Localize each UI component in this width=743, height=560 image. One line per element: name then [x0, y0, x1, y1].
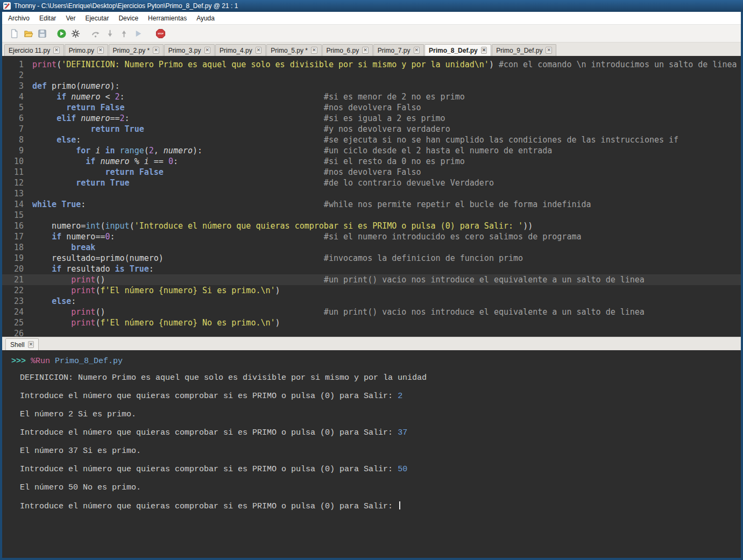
shell-line: El número 2 Si es primo.	[11, 410, 741, 419]
code-text: return True #y nos devolvera verdadero	[32, 124, 741, 134]
tab-close-icon[interactable]: ✕	[414, 47, 420, 54]
tab-primo-2-py[interactable]: Primo_2.py *✕	[109, 44, 164, 56]
tab-close-icon[interactable]: ✕	[481, 47, 487, 54]
code-line[interactable]: 2	[2, 70, 741, 81]
step-into-icon[interactable]	[103, 27, 116, 40]
code-line[interactable]: 26	[2, 328, 741, 337]
shell-output[interactable]: >>> %Run Primo_8_Def.pyDEFINICION: Numer…	[2, 350, 741, 558]
line-number: 6	[2, 113, 32, 124]
debug-icon[interactable]	[69, 27, 82, 40]
code-line[interactable]: 9 for i in range(2, numero): #un ciclo d…	[2, 145, 741, 156]
menu-ver[interactable]: Ver	[61, 12, 80, 24]
open-file-icon[interactable]	[22, 27, 34, 40]
code-editor[interactable]: 1print('DEFINICION: Numero Primo es aque…	[2, 56, 741, 337]
code-text: for i in range(2, numero): #un ciclo des…	[32, 145, 741, 156]
tab-ejercicio-11-py[interactable]: Ejercicio 11.py✕	[4, 44, 64, 56]
tab-primo-py[interactable]: Primo.py✕	[65, 44, 108, 56]
code-line[interactable]: 25 print(f'El número {numero} No es prim…	[2, 317, 741, 328]
tab-primo-3-py[interactable]: Primo_3.py✕	[164, 44, 215, 56]
thonny-window: Thonny - C:\Users\Enrique\Desktop\Ejerci…	[0, 0, 743, 560]
resume-icon[interactable]	[131, 27, 144, 40]
code-line[interactable]: 3def primo(numero):	[2, 81, 741, 91]
tab-primo-4-py[interactable]: Primo_4.py✕	[215, 44, 266, 56]
line-number: 3	[2, 81, 32, 91]
run-icon[interactable]	[55, 27, 68, 40]
code-line[interactable]: 23 else:	[2, 296, 741, 307]
code-line[interactable]: 12 return True #de lo contrario devuelve…	[2, 178, 741, 188]
tab-close-icon[interactable]: ✕	[362, 47, 369, 54]
step-over-icon[interactable]	[89, 27, 102, 40]
code-line[interactable]: 6 elif numero==2: #si es igual a 2 es pr…	[2, 113, 741, 124]
tab-bar: Ejercicio 11.py✕Primo.py✕Primo_2.py *✕Pr…	[2, 42, 741, 56]
code-line[interactable]: 20 if resultado is True:	[2, 264, 741, 274]
shell-line: El número 50 No es primo.	[11, 483, 741, 492]
save-icon[interactable]	[36, 27, 48, 40]
tab-close-icon[interactable]: ✕	[153, 47, 159, 54]
tab-close-icon[interactable]: ✕	[204, 47, 211, 54]
code-line[interactable]: 5 return False #nos devolvera Falso	[2, 102, 741, 113]
line-number: 14	[2, 199, 32, 210]
code-line[interactable]: 10 if numero % i == 0: #si el resto da 0…	[2, 156, 741, 167]
code-line[interactable]: 22 print(f'El número {numero} Si es prim…	[2, 285, 741, 296]
code-line[interactable]: 13	[2, 188, 741, 199]
line-number: 11	[2, 167, 32, 178]
tab-primo-7-py[interactable]: Primo_7.py✕	[373, 44, 424, 56]
code-line[interactable]: 16 numero=int(input('Introduce el número…	[2, 221, 741, 231]
tab-primo-5-py[interactable]: Primo_5.py *✕	[266, 44, 321, 56]
tab-shell[interactable]: Shell ✕	[5, 338, 39, 350]
code-line[interactable]: 14while True: #while nos permite repetir…	[2, 199, 741, 210]
menu-ejecutar[interactable]: Ejecutar	[80, 12, 114, 24]
code-text	[32, 188, 741, 199]
code-line[interactable]: 17 if numero==0: #si el numero introduci…	[2, 231, 741, 242]
new-file-icon[interactable]	[8, 27, 20, 40]
line-number: 20	[2, 264, 32, 274]
code-line[interactable]: 7 return True #y nos devolvera verdadero	[2, 124, 741, 134]
code-line[interactable]: 8 else: #se ejecuta si no se han cumplid…	[2, 134, 741, 145]
svg-text:STOP: STOP	[158, 32, 164, 35]
shell-line	[11, 382, 741, 392]
tab-label: Primo_2.py *	[113, 47, 150, 54]
tab-close-icon[interactable]: ✕	[311, 47, 317, 54]
tab-close-icon[interactable]: ✕	[256, 47, 262, 54]
menu-archivo[interactable]: Archivo	[3, 12, 34, 24]
code-text: resultado=primo(numero) #invocamos la de…	[32, 253, 741, 264]
line-number: 13	[2, 188, 32, 199]
tab-close-icon[interactable]: ✕	[97, 47, 104, 54]
shell-line: Introduce el número que quieras comproba…	[11, 428, 741, 437]
tab-primo-9-def-py[interactable]: Primo_9_Def.py✕	[492, 44, 556, 56]
shell-tab-label: Shell	[10, 341, 25, 349]
menu-ayuda[interactable]: Ayuda	[192, 12, 220, 24]
line-number: 18	[2, 242, 32, 253]
code-line[interactable]: 4 if numero < 2: #si es menor de 2 no es…	[2, 91, 741, 102]
line-number: 17	[2, 231, 32, 242]
shell-line: El número 37 Si es primo.	[11, 446, 741, 456]
stop-icon[interactable]: STOP	[154, 27, 167, 40]
line-number: 21	[2, 274, 32, 285]
tab-primo-8-def-py[interactable]: Primo_8_Def.py✕	[424, 44, 491, 56]
tab-primo-6-py[interactable]: Primo_6.py✕	[322, 44, 373, 56]
code-line[interactable]: 21 print() #un print() vacio nos introdu…	[2, 274, 741, 285]
shell-tab-close-icon[interactable]: ✕	[28, 341, 34, 348]
line-number: 19	[2, 253, 32, 264]
code-line[interactable]: 24 print() #un print() vacio nos introdu…	[2, 307, 741, 317]
menu-device[interactable]: Device	[114, 12, 143, 24]
code-line[interactable]: 15	[2, 210, 741, 221]
line-number: 23	[2, 296, 32, 307]
code-line[interactable]: 11 return False #nos devolvera Falso	[2, 167, 741, 178]
code-line[interactable]: 1print('DEFINICION: Numero Primo es aque…	[2, 59, 741, 70]
tab-close-icon[interactable]: ✕	[546, 47, 552, 54]
shell-text-cursor	[399, 501, 400, 509]
menu-herramientas[interactable]: Herramientas	[143, 12, 192, 24]
menu-editar[interactable]: Editar	[34, 12, 61, 24]
line-number: 4	[2, 91, 32, 102]
code-line[interactable]: 19 resultado=primo(numero) #invocamos la…	[2, 253, 741, 264]
line-number: 22	[2, 285, 32, 296]
tab-label: Primo_5.py *	[271, 47, 308, 54]
title-bar[interactable]: Thonny - C:\Users\Enrique\Desktop\Ejerci…	[0, 0, 743, 12]
line-number: 25	[2, 317, 32, 328]
tab-close-icon[interactable]: ✕	[53, 47, 60, 54]
tab-label: Primo.py	[69, 47, 94, 54]
code-line[interactable]: 18 break	[2, 242, 741, 253]
step-out-icon[interactable]	[117, 27, 130, 40]
window-frame: ArchivoEditarVerEjecutarDeviceHerramient…	[0, 12, 743, 560]
